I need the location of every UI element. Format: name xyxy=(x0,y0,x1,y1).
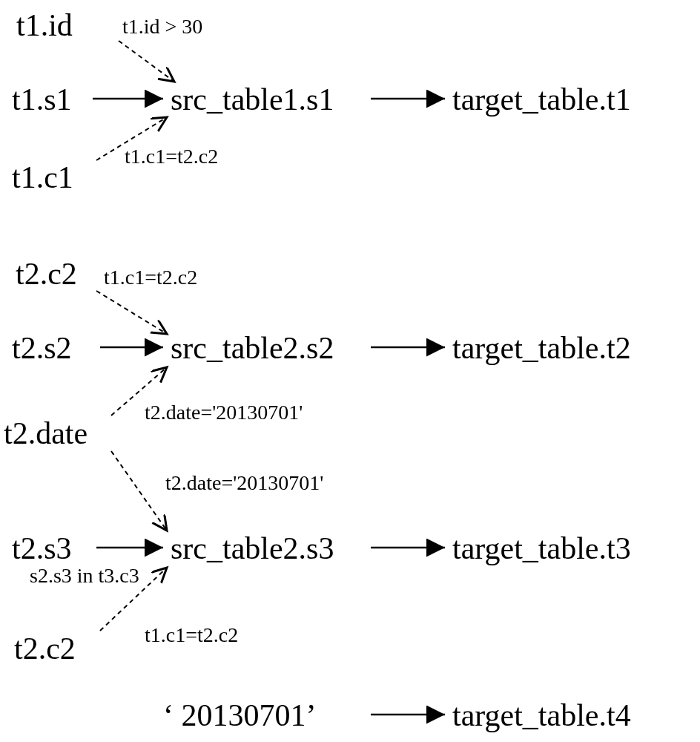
annot-t1-id-cond: t1.id > 30 xyxy=(122,15,202,39)
node-t1-s1: t1.s1 xyxy=(12,82,72,117)
node-t1-id: t1.id xyxy=(16,7,73,43)
arrow-t1id-to-src1s1 xyxy=(119,41,174,82)
annot-t2-date-cond-a: t2.date='20130701' xyxy=(145,401,303,424)
node-target-table-t4: target_table.t4 xyxy=(452,697,631,733)
annot-t1c1-t2c2-b: t1.c1=t2.c2 xyxy=(104,266,197,289)
node-t2-s3: t2.s3 xyxy=(12,531,72,566)
arrow-t2date-to-src2s3 xyxy=(111,451,167,531)
node-t1-c1: t1.c1 xyxy=(12,160,73,195)
node-t2-date: t2.date xyxy=(4,416,88,451)
node-target-table-t1: target_table.t1 xyxy=(452,82,631,117)
node-literal-date: ‘ 20130701’ xyxy=(163,697,316,733)
node-target-table-t3: target_table.t3 xyxy=(452,531,631,566)
annot-t1c1-t2c2-a: t1.c1=t2.c2 xyxy=(125,145,218,168)
annot-t1c1-t2c2-c: t1.c1=t2.c2 xyxy=(145,623,238,647)
node-t2-c2-a: t2.c2 xyxy=(16,256,77,292)
node-target-table-t2: target_table.t2 xyxy=(452,330,631,366)
node-src-table2-s3: src_table2.s3 xyxy=(171,531,334,566)
node-t2-s2: t2.s2 xyxy=(12,330,72,366)
node-src-table2-s2: src_table2.s2 xyxy=(171,330,334,366)
annot-s2s3-in-t3c3: s2.s3 in t3.c3 xyxy=(30,564,139,588)
arrow-t2c2-to-src2s2 xyxy=(96,291,167,334)
node-src-table1-s1: src_table1.s1 xyxy=(171,82,334,117)
node-t2-c2-b: t2.c2 xyxy=(14,631,76,666)
annot-t2-date-cond-b: t2.date='20130701' xyxy=(165,471,323,495)
